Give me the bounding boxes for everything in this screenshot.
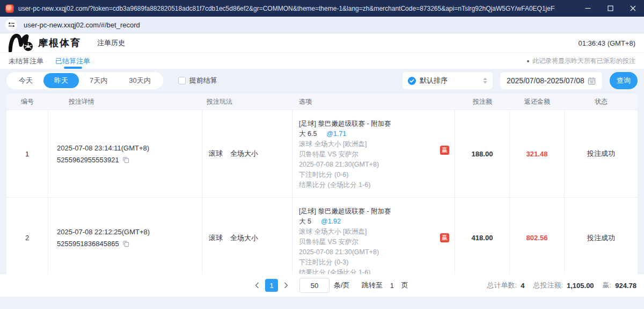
option-bet-score: 下注时比分 (0-6) xyxy=(299,170,455,180)
notice-text: 此记录将显示昨天所有已派彩的投注 xyxy=(532,56,635,66)
win-badge: 赢 xyxy=(440,146,449,155)
site-info-icon[interactable] xyxy=(5,19,17,31)
option-pick: 大 6.5 xyxy=(299,129,317,139)
option-odds: @1.71 xyxy=(326,129,346,139)
col-header-status: 状态 xyxy=(565,97,638,106)
tab-unsettled[interactable]: 未结算注单 xyxy=(9,53,43,69)
cell-detail: 2025-07-08 22:12:25(GMT+8) 5255951836845… xyxy=(48,198,202,274)
page-title: 注单历史 xyxy=(97,38,125,48)
table-header-row: 编号 投注详情 投注玩法 选项 投注额 返还金额 状态 xyxy=(6,94,638,110)
option-match-time: 2025-07-08 21:30(GMT+8) xyxy=(299,160,455,170)
page-size-input[interactable] xyxy=(299,278,330,293)
filter-right-cluster: 默认排序 2025/07/08-2025/07/08 查询 xyxy=(402,72,638,89)
total-count-value: 4 xyxy=(521,282,524,290)
option-result-score: 结果比分 (全场比分 1-6) xyxy=(299,268,455,274)
win-badge: 赢 xyxy=(440,233,449,242)
chevron-right-icon xyxy=(284,282,288,289)
window-controls xyxy=(576,0,644,17)
prev-page-button[interactable] xyxy=(251,279,263,291)
tab-settled[interactable]: 已结算注单 xyxy=(55,53,90,69)
cell-stake: 188.00 xyxy=(455,110,510,197)
minimize-icon xyxy=(585,5,591,11)
page-unit-label: 页 xyxy=(401,281,408,290)
total-stake-label: 总投注额: xyxy=(533,281,563,290)
chevron-left-icon xyxy=(255,282,259,289)
tabbar: 未结算注单 已结算注单 此记录将显示昨天所有已派彩的投注 xyxy=(0,53,644,69)
bet-time: 2025-07-08 23:14:11(GMT+8) xyxy=(57,144,202,152)
copy-icon[interactable] xyxy=(122,156,129,163)
page-number-button[interactable]: 1 xyxy=(265,279,278,292)
notice: 此记录将显示昨天所有已派彩的投注 xyxy=(527,56,635,66)
copy-icon[interactable] xyxy=(122,240,129,247)
browser-titlebar: user-pc-new.xxqj02.com/?token=cdb3a9689f… xyxy=(0,0,644,17)
total-win-value: 924.78 xyxy=(615,282,636,290)
cell-play: 滚球 全场大小 xyxy=(202,110,292,197)
per-page-label: 条/页 xyxy=(334,281,350,290)
footer: 1 条/页 跳转至 1 页 总计单数: 4 总投注额: 1,105.00 赢: … xyxy=(0,274,644,297)
early-settle-checkbox[interactable] xyxy=(178,77,186,84)
col-header-play: 投注玩法 xyxy=(202,97,292,106)
summary-totals: 总计单数: 4 总投注额: 1,105.00 赢: 924.78 xyxy=(487,274,636,297)
early-settle: 提前结算 xyxy=(178,76,217,85)
order-id: 5255951836845865 xyxy=(57,240,119,248)
option-market: 滚球 全场大小 [欧洲盘] xyxy=(299,139,455,149)
total-count-label: 总计单数: xyxy=(487,281,517,290)
close-button[interactable] xyxy=(621,0,644,17)
table-row: 1 2025-07-08 23:14:11(GMT+8) 52559629555… xyxy=(6,110,638,197)
range-30days[interactable]: 30天内 xyxy=(118,73,161,88)
brand-name: 摩根体育 xyxy=(38,37,81,49)
range-7days[interactable]: 7天内 xyxy=(79,73,118,88)
cell-status: 投注成功 xyxy=(565,110,638,197)
sort-caret-icon xyxy=(483,77,487,84)
total-win-label: 赢: xyxy=(603,281,612,290)
notice-bullet-icon xyxy=(527,60,529,62)
cell-option: [足球] 黎巴嫩超级联赛 - 附加赛 大 6.5 @1.71 滚球 全场大小 [… xyxy=(292,110,455,197)
sort-select[interactable]: 默认排序 xyxy=(402,72,493,89)
address-url[interactable]: user-pc-new.xxqj02.com/#/bet_record xyxy=(24,21,140,29)
date-range-input[interactable]: 2025/07/08-2025/07/08 xyxy=(500,72,602,89)
app-header: 摩根体育 注单历史 01:36:43 (GMT+8) xyxy=(0,33,644,53)
total-stake-value: 1,105.00 xyxy=(567,282,594,290)
check-circle-icon xyxy=(408,77,416,85)
filter-row: 今天 昨天 7天内 30天内 提前结算 默认排序 2025/07/08-2025… xyxy=(6,72,638,89)
col-header-payout: 返还金额 xyxy=(510,97,565,106)
browser-addressbar[interactable]: user-pc-new.xxqj02.com/#/bet_record xyxy=(0,17,644,33)
jump-page-input[interactable]: 1 xyxy=(390,282,394,290)
search-button[interactable]: 查询 xyxy=(610,72,638,89)
col-header-detail: 投注详情 xyxy=(48,97,202,106)
site-favicon-icon xyxy=(5,4,14,13)
date-range-value: 2025/07/08-2025/07/08 xyxy=(507,76,584,85)
col-header-stake: 投注额 xyxy=(455,97,510,106)
cell-payout: 802.56 xyxy=(510,198,565,274)
maximize-icon xyxy=(608,5,613,11)
range-today[interactable]: 今天 xyxy=(8,73,43,88)
option-odds: @1.92 xyxy=(321,217,341,227)
maximize-button[interactable] xyxy=(599,0,621,17)
option-market: 滚球 全场大小 [欧洲盘] xyxy=(299,227,455,237)
cell-payout: 321.48 xyxy=(510,110,565,197)
cell-number: 1 xyxy=(6,110,48,197)
screen: user-pc-new.xxqj02.com/?token=cdb3a9689f… xyxy=(0,0,644,309)
col-header-option: 选项 xyxy=(292,97,455,106)
window-title: user-pc-new.xxqj02.com/?token=cdb3a9689f… xyxy=(18,5,555,12)
cell-stake: 418.00 xyxy=(455,198,510,274)
option-pick: 大 5 xyxy=(299,217,311,227)
option-result-score: 结果比分 (全场比分 1-6) xyxy=(299,180,455,190)
cell-option: [足球] 黎巴嫩超级联赛 - 附加赛 大 5 @1.92 滚球 全场大小 [欧洲… xyxy=(292,198,455,274)
table-row: 2 2025-07-08 22:12:25(GMT+8) 52559518368… xyxy=(6,197,638,274)
order-id: 5255962955553921 xyxy=(57,156,119,164)
option-match: 贝鲁特星 VS 安萨尔 xyxy=(299,149,455,160)
option-league: [足球] 黎巴嫩超级联赛 - 附加赛 xyxy=(299,119,455,129)
next-page-button[interactable] xyxy=(280,279,292,291)
range-yesterday[interactable]: 昨天 xyxy=(43,73,79,88)
option-match-time: 2025-07-08 21:30(GMT+8) xyxy=(299,247,455,257)
minimize-button[interactable] xyxy=(576,0,599,17)
cell-number: 2 xyxy=(6,198,48,274)
brand-logo-icon[interactable] xyxy=(9,34,33,52)
early-settle-label: 提前结算 xyxy=(189,76,217,85)
cell-play: 滚球 全场大小 xyxy=(202,198,292,274)
cell-detail: 2025-07-08 23:14:11(GMT+8) 5255962955553… xyxy=(48,110,202,197)
calendar-icon xyxy=(588,77,596,85)
option-match: 贝鲁特星 VS 安萨尔 xyxy=(299,237,455,247)
pagination: 1 条/页 跳转至 1 页 xyxy=(251,274,408,297)
